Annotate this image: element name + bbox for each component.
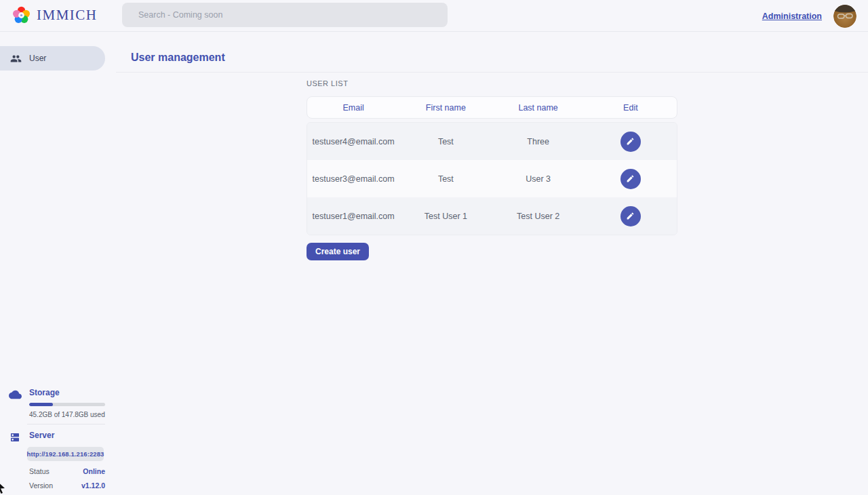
cell-first-name: Test <box>399 160 492 197</box>
immich-admin-screen: IMMICH Administration <box>0 0 868 495</box>
edit-user-button[interactable] <box>620 206 641 226</box>
mouse-cursor <box>0 481 6 495</box>
column-header-email: Email <box>307 97 399 118</box>
sidebar-item-label: User <box>29 54 46 63</box>
user-list-label: USER LIST <box>307 79 348 87</box>
table-row: testuser3@email.com Test User 3 <box>307 160 677 197</box>
navbar-right: Administration <box>762 0 856 32</box>
edit-user-button[interactable] <box>620 132 641 152</box>
administration-link[interactable]: Administration <box>762 12 822 21</box>
version-value: v1.12.0 <box>81 481 105 490</box>
cell-last-name: Three <box>492 123 585 160</box>
create-user-button[interactable]: Create user <box>307 243 369 260</box>
sidebar-divider <box>27 424 105 424</box>
cell-first-name: Test User 1 <box>399 197 492 235</box>
top-navbar: IMMICH Administration <box>0 0 868 32</box>
cell-edit <box>585 197 677 235</box>
pencil-icon <box>626 174 635 183</box>
cell-last-name: Test User 2 <box>492 197 585 235</box>
search-input[interactable] <box>122 3 448 27</box>
brand-text: IMMICH <box>37 7 98 24</box>
cell-email: testuser4@email.com <box>307 123 399 160</box>
column-header-edit: Edit <box>585 97 677 118</box>
table-row: testuser4@email.com Test Three <box>307 123 677 160</box>
table-row: testuser1@email.com Test User 1 Test Use… <box>307 197 677 235</box>
version-label: Version <box>29 481 53 490</box>
edit-user-button[interactable] <box>620 169 641 189</box>
user-avatar[interactable] <box>833 5 856 28</box>
cell-email: testuser3@email.com <box>307 160 399 197</box>
status-label: Status <box>29 467 50 475</box>
cell-first-name: Test <box>399 123 492 160</box>
sidebar-item-users[interactable]: User <box>0 46 105 71</box>
immich-flower-icon <box>12 6 31 24</box>
pencil-icon <box>626 212 635 220</box>
storage-widget: Storage 45.2GB of 147.8GB used <box>0 388 115 418</box>
server-icon <box>9 432 20 446</box>
storage-usage-text: 45.2GB of 147.8GB used <box>29 411 115 418</box>
immich-logo[interactable]: IMMICH <box>12 6 98 24</box>
server-status-row: Status Online <box>29 467 105 475</box>
server-url-badge: http://192.168.1.216:2283 <box>27 447 104 461</box>
storage-title: Storage <box>29 388 115 397</box>
search-bar <box>122 3 448 27</box>
server-version-row: Version v1.12.0 <box>29 481 105 490</box>
status-value: Online <box>83 467 105 475</box>
storage-progress-fill <box>29 403 53 406</box>
users-icon <box>10 53 22 64</box>
page-title: User management <box>131 52 225 64</box>
column-header-first-name: First name <box>399 97 492 118</box>
cloud-icon <box>9 390 22 402</box>
server-widget: Server http://192.168.1.216:2283 Status … <box>0 431 115 490</box>
cell-edit <box>585 123 677 160</box>
user-table-header: Email First name Last name Edit <box>307 96 677 119</box>
server-title: Server <box>29 431 115 440</box>
storage-progress-bar <box>29 403 105 406</box>
title-divider <box>116 72 868 73</box>
pencil-icon <box>626 137 635 146</box>
cell-edit <box>585 160 677 197</box>
cell-last-name: User 3 <box>492 160 585 197</box>
column-header-last-name: Last name <box>492 97 585 118</box>
user-table-body: testuser4@email.com Test Three testuser3… <box>307 122 677 235</box>
cell-email: testuser1@email.com <box>307 197 399 235</box>
